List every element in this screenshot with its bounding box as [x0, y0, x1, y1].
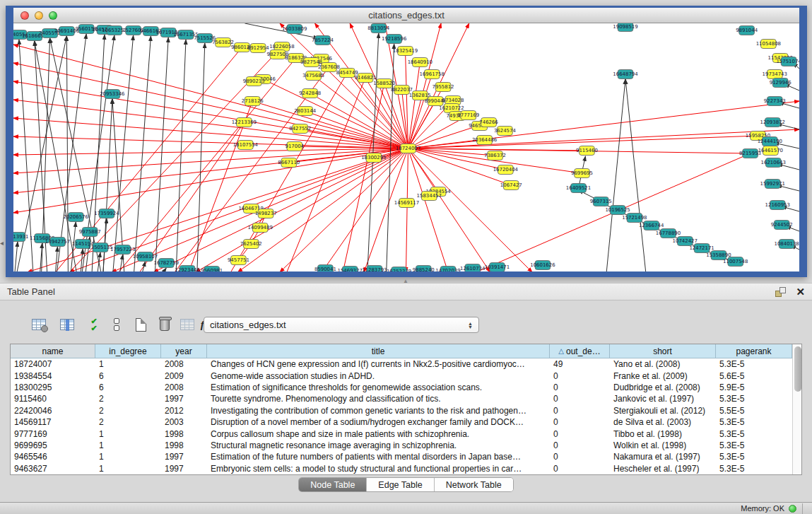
- import-table-button[interactable]: [178, 315, 196, 334]
- table-row[interactable]: 1938455462009Genome-wide association stu…: [11, 370, 792, 381]
- table-row[interactable]: 911546021997Tourette syndrome. Phenomeno…: [11, 393, 792, 404]
- table-row[interactable]: 977716911998Corpus callosum shape and si…: [11, 428, 792, 439]
- graph-node[interactable]: 19734743: [763, 70, 787, 79]
- graph-node[interactable]: 12213369: [232, 118, 257, 127]
- graph-node[interactable]: 18640910: [408, 58, 433, 67]
- graph-node[interactable]: 16033809: [282, 25, 307, 34]
- graph-node[interactable]: 9244502: [771, 221, 793, 230]
- column-header-short[interactable]: short: [610, 344, 716, 358]
- scrollbar-thumb[interactable]: [794, 346, 801, 392]
- graph-node[interactable]: 11054808: [756, 40, 781, 49]
- graph-node[interactable]: 16961758: [420, 70, 445, 79]
- close-panel-icon[interactable]: ✕: [796, 287, 805, 297]
- graph-node[interactable]: 8590041: [314, 265, 336, 272]
- table-row[interactable]: 969969511998Structural magnetic resonanc…: [11, 440, 792, 451]
- network-canvas[interactable]: 1640554116186693240557220691406956015610…: [13, 23, 799, 271]
- graph-node[interactable]: 15469327: [337, 267, 362, 272]
- graph-node[interactable]: 19098519: [613, 23, 637, 32]
- table-settings-button[interactable]: [30, 315, 48, 334]
- graph-node[interactable]: 16461570: [758, 146, 783, 156]
- graph-node[interactable]: 8215953: [739, 149, 761, 158]
- graph-node[interactable]: 20953346: [100, 90, 124, 99]
- graph-node[interactable]: 18107554: [233, 141, 259, 150]
- graph-node[interactable]: 9890213: [243, 77, 265, 86]
- graph-node[interactable]: 14099489: [248, 223, 273, 233]
- graph-node[interactable]: 10601626: [530, 261, 555, 270]
- graph-node[interactable]: 12093872: [760, 118, 785, 127]
- graph-node[interactable]: 16648794: [613, 70, 638, 79]
- column-header-in_degree[interactable]: in_degree: [95, 344, 161, 358]
- graph-node[interactable]: 16782759: [154, 259, 179, 268]
- graph-node[interactable]: 9777169: [457, 111, 479, 120]
- graph-node[interactable]: 7857224: [312, 36, 334, 45]
- graph-node[interactable]: 9560981: [201, 267, 223, 272]
- table-row[interactable]: 1830029562008Estimation of significance …: [11, 382, 792, 393]
- graph-node[interactable]: 15721498: [622, 214, 647, 223]
- panel-collapse-arrow-icon[interactable]: ◂: [0, 239, 4, 247]
- column-header-year[interactable]: year: [161, 344, 207, 358]
- graph-node[interactable]: 12610734: [460, 264, 486, 272]
- graph-node[interactable]: 15834457: [417, 192, 442, 201]
- graph-node[interactable]: 10196525: [605, 206, 630, 215]
- table-row[interactable]: 946362711997Embryonic stem cells: a mode…: [11, 463, 792, 474]
- graph-node[interactable]: 13505135: [88, 243, 112, 252]
- delete-column-button[interactable]: [155, 315, 174, 334]
- table-selector-dropdown[interactable]: citations_edges.txt ▲▼: [204, 317, 479, 333]
- column-header-pagerank[interactable]: pagerank: [716, 344, 792, 358]
- graph-node[interactable]: 9607315: [590, 197, 612, 206]
- graph-node[interactable]: 9885240: [413, 266, 435, 272]
- show-columns-button[interactable]: [58, 315, 76, 334]
- graph-node[interactable]: 9129946: [770, 78, 792, 88]
- graph-node[interactable]: 15992971: [760, 180, 785, 189]
- graph-node[interactable]: 9891044: [736, 26, 758, 35]
- column-header-title[interactable]: title: [207, 344, 550, 358]
- graph-node[interactable]: 13942757: [45, 238, 70, 247]
- float-panel-icon[interactable]: [775, 287, 786, 297]
- table-row[interactable]: 2242004622012Investigating the contribut…: [11, 405, 792, 416]
- graph-node[interactable]: 10742427: [673, 237, 698, 246]
- graph-node[interactable]: 1498237: [255, 209, 277, 218]
- graph-node[interactable]: 917004: [286, 142, 305, 151]
- graph-node[interactable]: 20364486: [472, 136, 497, 145]
- graph-node[interactable]: 16409521: [566, 184, 591, 193]
- graph-node[interactable]: 14569117: [394, 199, 419, 208]
- graph-node[interactable]: 15751074: [776, 57, 799, 66]
- graph-node[interactable]: 8912954: [247, 44, 269, 53]
- graph-node[interactable]: 746266: [479, 118, 498, 127]
- graph-node[interactable]: 10391471: [485, 263, 510, 272]
- graph-node[interactable]: 16720404: [493, 165, 519, 175]
- graph-node[interactable]: 2718126: [242, 97, 264, 106]
- select-rows-button[interactable]: ✔✔: [85, 315, 103, 334]
- graph-node[interactable]: 9457751: [228, 256, 249, 265]
- graph-node[interactable]: 12366744: [639, 221, 664, 230]
- graph-node[interactable]: 17957223: [110, 245, 135, 255]
- graph-node[interactable]: 9699695: [571, 169, 593, 178]
- table-mode-button[interactable]: [107, 315, 126, 334]
- graph-node[interactable]: 3624574: [494, 127, 516, 136]
- graph-node[interactable]: 14702039: [435, 267, 460, 272]
- graph-node[interactable]: 17359924: [94, 209, 119, 218]
- graph-node[interactable]: 16210643: [761, 158, 786, 168]
- graph-node[interactable]: 12472171: [689, 244, 714, 253]
- tab-edge-table[interactable]: Edge Table: [367, 478, 434, 491]
- column-header-out_de[interactable]: △out_de…: [550, 344, 610, 358]
- column-header-name[interactable]: name: [11, 344, 95, 358]
- graph-node[interactable]: 10840138: [774, 240, 799, 249]
- graph-node[interactable]: 3913931: [13, 233, 28, 242]
- table-row[interactable]: 1456911722003Disruption of a novel membe…: [11, 416, 792, 428]
- graph-node[interactable]: 8427552: [289, 124, 311, 134]
- graph-node[interactable]: 19218596: [382, 35, 406, 44]
- graph-node[interactable]: 9227343: [764, 97, 786, 106]
- window-titlebar[interactable]: citations_edges.txt: [13, 8, 799, 23]
- graph-node[interactable]: 7625402: [240, 240, 262, 249]
- graph-node[interactable]: 12160953: [765, 201, 790, 210]
- graph-node[interactable]: 11007548: [723, 257, 748, 267]
- new-column-button[interactable]: [131, 315, 150, 334]
- graph-node[interactable]: 16778890: [656, 229, 681, 238]
- graph-node[interactable]: 12923446: [175, 266, 199, 272]
- graph-node[interactable]: 3475685: [302, 71, 324, 81]
- graph-node[interactable]: 1067427: [500, 181, 522, 190]
- table-scrollbar[interactable]: [792, 344, 801, 474]
- tab-node-table[interactable]: Node Table: [299, 478, 367, 491]
- graph-node[interactable]: 18325419: [393, 47, 418, 56]
